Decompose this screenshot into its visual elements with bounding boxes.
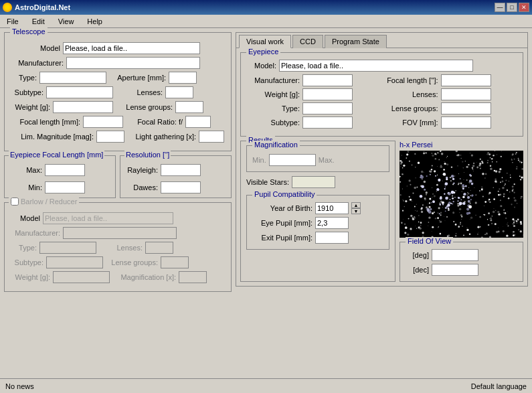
status-right: Default language bbox=[471, 382, 527, 390]
barlow-model-select: Please, load a file.. bbox=[43, 212, 173, 224]
fov-deg-input[interactable] bbox=[432, 249, 478, 261]
ep-type-input[interactable] bbox=[302, 102, 353, 114]
window-title: AstroDigital.Net bbox=[15, 3, 70, 11]
ep-lenses-row: Lenses: bbox=[385, 88, 518, 100]
eyepiece-model-select[interactable]: Please, load a file.. bbox=[279, 60, 473, 72]
star-image bbox=[400, 151, 523, 238]
telescope-model-select[interactable]: Please, load a file.. bbox=[63, 42, 200, 54]
dawes-row: Dawes: bbox=[124, 181, 227, 193]
exit-pupil-input[interactable] bbox=[315, 232, 349, 244]
telescope-manufacturer-label: Manufacturer: bbox=[10, 59, 64, 67]
telescope-focal-ratio-label: Focal Ratio: f/ bbox=[129, 118, 183, 126]
menu-view[interactable]: View bbox=[54, 17, 78, 26]
barlow-lense-groups-input bbox=[161, 256, 189, 268]
fov-dec-input[interactable] bbox=[432, 264, 478, 276]
ep-focal-length-input[interactable] bbox=[441, 74, 491, 86]
year-spinner[interactable]: ▲ ▼ bbox=[351, 202, 361, 214]
eyepiece-right-title: Eyepiece bbox=[246, 48, 280, 56]
tab-visual-work[interactable]: Visual work bbox=[239, 35, 291, 48]
fov-group: Field Of View [deg] [dec] bbox=[400, 242, 523, 282]
rayleigh-row: Rayleigh: bbox=[124, 164, 227, 176]
telescope-subtype-row: Subtype: Lenses: bbox=[10, 86, 226, 98]
fov-dec-row: [dec] bbox=[406, 264, 517, 276]
visible-stars-input[interactable] bbox=[292, 176, 335, 188]
telescope-focal-length-input[interactable] bbox=[83, 116, 123, 128]
barlow-weight-row: Weight [g]: Magnification [x]: bbox=[10, 271, 226, 283]
eyepiece-focal-title: Eyepiece Focal Length [mm] bbox=[9, 151, 104, 159]
telescope-weight-input[interactable] bbox=[53, 101, 113, 113]
year-down-btn[interactable]: ▼ bbox=[351, 208, 361, 214]
telescope-light-input[interactable] bbox=[199, 131, 224, 143]
barlow-lenses-label: Lenses: bbox=[109, 244, 143, 252]
year-of-birth-row: Year of Birth: ▲ ▼ bbox=[252, 202, 383, 214]
telescope-lenses-input[interactable] bbox=[165, 86, 193, 98]
year-up-btn[interactable]: ▲ bbox=[351, 202, 361, 208]
telescope-type-input[interactable] bbox=[39, 72, 106, 84]
year-of-birth-input[interactable] bbox=[315, 202, 349, 214]
telescope-aperture-input[interactable] bbox=[169, 72, 197, 84]
ep-lenses-input[interactable] bbox=[441, 88, 491, 100]
telescope-focal-row: Focal length [mm]: Focal Ratio: f/ bbox=[10, 116, 226, 128]
ep-lenses-label: Lenses: bbox=[385, 90, 438, 98]
exit-pupil-label: Exit Pupil [mm]: bbox=[252, 234, 313, 242]
left-panel: Telescope Model Please, load a file.. Ma… bbox=[4, 32, 232, 374]
focal-max-label: Max: bbox=[9, 166, 42, 174]
barlow-checkbox-container: Barlow / Reducer bbox=[9, 198, 79, 206]
main-content: Telescope Model Please, load a file.. Ma… bbox=[0, 28, 532, 378]
star-canvas bbox=[400, 151, 523, 238]
barlow-manufacturer-label: Manufacturer: bbox=[10, 229, 60, 237]
telescope-lense-groups-input[interactable] bbox=[175, 101, 203, 113]
telescope-model-row: Model Please, load a file.. bbox=[10, 42, 226, 54]
tab-program-state[interactable]: Program State bbox=[325, 35, 387, 48]
telescope-weight-label: Weight [g]: bbox=[10, 103, 50, 111]
eyepiece-col-right: Focal length ['']: Lenses: Lense groups: bbox=[385, 74, 518, 131]
results-section: Results Magnification Min. Max. bbox=[240, 141, 523, 282]
tab-visual-work-content: Eyepiece Model: Please, load a file.. Ma… bbox=[236, 48, 527, 286]
right-panel: Visual work CCD Program State Eyepiece M… bbox=[236, 32, 528, 374]
dawes-input[interactable] bbox=[161, 181, 201, 193]
ep-manufacturer-row: Manufacturer: bbox=[246, 74, 379, 86]
resolution-title: Resolution [''] bbox=[124, 151, 171, 159]
ep-subtype-input[interactable] bbox=[302, 116, 353, 129]
focal-max-input[interactable] bbox=[45, 164, 85, 176]
barlow-manufacturer-row: Manufacturer: bbox=[10, 227, 226, 239]
tab-ccd[interactable]: CCD bbox=[292, 35, 323, 48]
barlow-model-label: Model bbox=[10, 214, 40, 222]
menu-file[interactable]: File bbox=[3, 17, 23, 26]
eye-pupil-row: Eye Pupil [mm]: bbox=[252, 217, 383, 229]
menu-edit[interactable]: Edit bbox=[28, 17, 49, 26]
telescope-focal-length-label: Focal length [mm]: bbox=[10, 118, 80, 126]
focal-min-row: Min: bbox=[9, 181, 111, 193]
telescope-manufacturer-input[interactable] bbox=[66, 57, 200, 69]
ep-lense-groups-input[interactable] bbox=[441, 102, 491, 114]
status-bar: No news Default language bbox=[0, 378, 532, 393]
mag-min-input[interactable] bbox=[269, 154, 316, 166]
ep-manufacturer-input[interactable] bbox=[302, 74, 353, 86]
telescope-model-label: Model bbox=[10, 44, 60, 52]
telescope-focal-ratio-input[interactable] bbox=[185, 116, 211, 128]
barlow-lenses-input bbox=[145, 242, 173, 254]
barlow-checkbox[interactable] bbox=[11, 198, 19, 206]
tab-bar: Visual work CCD Program State bbox=[236, 33, 527, 48]
telescope-light-label: Light gathering [x]: bbox=[129, 133, 196, 141]
telescope-subtype-input[interactable] bbox=[46, 86, 113, 98]
eyepiece-col-left: Manufacturer: Weight [g]: Type: bbox=[246, 74, 379, 131]
fov-title: Field Of View bbox=[406, 237, 453, 245]
ep-weight-label: Weight [g]: bbox=[246, 90, 300, 98]
fov-deg-label: [deg] bbox=[406, 251, 429, 259]
ep-fov-input[interactable] bbox=[441, 116, 491, 129]
ep-weight-input[interactable] bbox=[302, 88, 353, 100]
eyepiece-model-label: Model: bbox=[246, 62, 276, 70]
telescope-lim-mag-input[interactable] bbox=[96, 131, 124, 143]
eye-pupil-input[interactable] bbox=[315, 217, 349, 229]
rayleigh-input[interactable] bbox=[161, 164, 201, 176]
maximize-button[interactable]: □ bbox=[507, 3, 517, 12]
menu-help[interactable]: Help bbox=[83, 17, 106, 26]
telescope-lenses-label: Lenses: bbox=[129, 88, 163, 96]
close-button[interactable]: ✕ bbox=[519, 3, 529, 12]
minimize-button[interactable]: — bbox=[495, 3, 505, 12]
ep-type-row: Type: bbox=[246, 102, 379, 114]
fov-dec-label: [dec] bbox=[406, 266, 429, 274]
eyepiece-model-row: Model: Please, load a file.. bbox=[246, 60, 517, 72]
focal-min-input[interactable] bbox=[45, 181, 85, 193]
